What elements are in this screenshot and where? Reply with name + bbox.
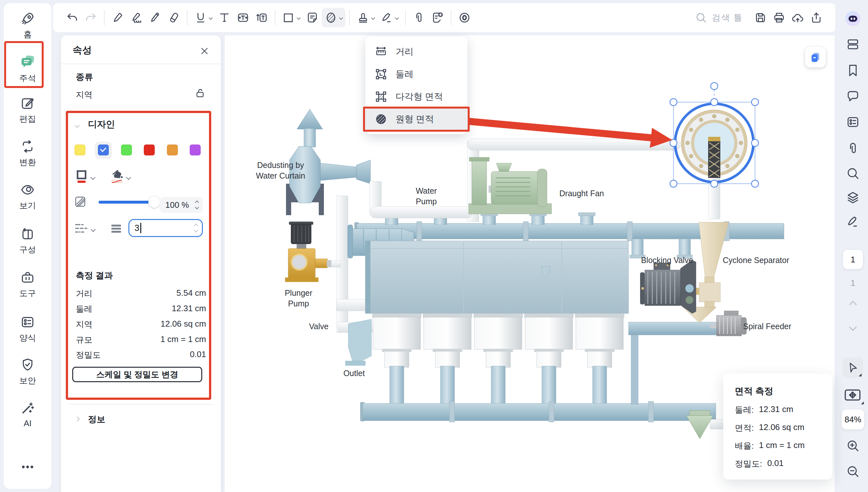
sidebar-more-button[interactable] <box>4 463 51 471</box>
sidebar-item-ai[interactable]: AI <box>4 401 51 428</box>
fill-color-button[interactable] <box>109 168 125 185</box>
sidebar-item-convert[interactable]: 변환 <box>4 139 51 168</box>
stamp-button[interactable] <box>354 8 378 27</box>
attachment-button[interactable] <box>410 8 428 27</box>
border-color-button[interactable] <box>75 169 89 185</box>
share-icon <box>810 11 823 24</box>
menu-item-circle-area[interactable]: 원형 면적 <box>365 108 467 130</box>
line-width-input[interactable]: 3 <box>128 219 203 237</box>
color-swatch-yellow[interactable] <box>75 145 85 155</box>
zoom-out-button[interactable] <box>846 464 860 478</box>
sidebar-item-view[interactable]: 보기 <box>4 182 51 211</box>
border-color-dropdown[interactable] <box>91 175 95 180</box>
stepper-up-icon[interactable] <box>195 200 199 204</box>
measure-row-value: 0.01 <box>190 349 206 361</box>
lock-toggle-button[interactable] <box>195 88 206 99</box>
sidebar-item-home[interactable]: 홈 <box>4 11 51 40</box>
sticky-note-button[interactable] <box>303 8 322 27</box>
undo-button[interactable] <box>63 8 81 27</box>
sidebar-item-edit[interactable]: 편집 <box>4 96 51 125</box>
menu-item-polygon-area[interactable]: 다각형 면적 <box>365 85 467 108</box>
text-callout-button[interactable] <box>252 8 271 27</box>
shield-check-icon <box>20 358 35 372</box>
menu-item-perimeter[interactable]: 둘레 <box>365 63 467 85</box>
text-icon <box>218 11 231 24</box>
ai-assistant-button[interactable] <box>844 10 862 29</box>
sidebar-item-security[interactable]: 보안 <box>4 358 51 386</box>
new-comment-button[interactable] <box>428 8 447 27</box>
pencil-button[interactable] <box>146 8 164 27</box>
sidebar-item-forms[interactable]: 양식 <box>4 315 51 344</box>
comment-panel-button[interactable] <box>846 89 860 103</box>
signature-panel-button[interactable] <box>846 215 860 229</box>
select-tool-button[interactable] <box>843 358 863 378</box>
search-tools[interactable]: 검색 툴 <box>695 11 743 24</box>
stepper-down-icon[interactable] <box>195 205 199 210</box>
sidebar-item-tools[interactable]: 도구 <box>4 270 51 299</box>
next-page-button[interactable] <box>850 324 856 331</box>
chevron-down-icon <box>371 16 375 20</box>
measure-button[interactable] <box>322 8 346 27</box>
page-widget-button[interactable] <box>805 47 826 68</box>
search-panel-button[interactable] <box>846 166 860 180</box>
underline-button[interactable] <box>191 8 215 27</box>
type-value: 지역 <box>76 89 93 100</box>
share-button[interactable] <box>807 8 826 27</box>
save-button[interactable] <box>751 8 770 27</box>
sidebar-item-organize[interactable]: 구성 <box>4 226 51 255</box>
line-style-button[interactable] <box>74 221 88 237</box>
close-panel-button[interactable] <box>199 46 210 56</box>
opacity-value-box[interactable]: 100 % <box>159 197 203 213</box>
field-panel-button[interactable] <box>846 115 860 129</box>
color-swatch-orange[interactable] <box>167 145 178 155</box>
cursor-icon <box>846 361 859 374</box>
area-highlight-button[interactable] <box>127 8 146 27</box>
redo-button[interactable] <box>81 8 100 27</box>
undo-icon <box>66 11 79 24</box>
previous-page-button[interactable] <box>850 302 856 309</box>
cloud-upload-button[interactable] <box>788 8 807 27</box>
toolbox-icon <box>20 270 35 285</box>
eraser-button[interactable] <box>164 8 183 27</box>
text-comment-button[interactable] <box>215 8 234 27</box>
menu-item-distance[interactable]: 거리 <box>365 41 467 63</box>
layers-panel-button[interactable] <box>846 191 860 204</box>
opacity-slider-track[interactable] <box>99 201 154 204</box>
stepper-up-icon[interactable] <box>194 223 198 228</box>
stepper-down-icon[interactable] <box>194 228 198 232</box>
sidebar-item-label: 도구 <box>19 288 36 299</box>
color-swatch-red[interactable] <box>144 145 155 155</box>
signature-button[interactable] <box>378 8 401 27</box>
zoom-level-box[interactable]: 84% <box>842 410 864 429</box>
fill-color-dropdown[interactable] <box>127 175 130 180</box>
shape-button[interactable] <box>279 8 303 27</box>
line-style-dropdown[interactable] <box>92 227 95 232</box>
zoom-in-button[interactable] <box>846 439 860 453</box>
close-icon <box>199 46 210 56</box>
info-collapse-toggle[interactable] <box>75 416 79 422</box>
color-swatch-blue-selected[interactable] <box>98 145 109 155</box>
text-box-button[interactable] <box>234 8 252 27</box>
attachment-panel-button[interactable] <box>846 141 860 155</box>
focus-mode-button[interactable] <box>455 8 474 27</box>
note-add-icon <box>431 11 444 24</box>
paperclip-icon <box>846 141 860 155</box>
current-page-box[interactable]: 1 <box>843 250 863 269</box>
highlight-button[interactable] <box>108 8 127 27</box>
pan-tool-button[interactable] <box>843 387 863 404</box>
menu-item-label: 둘레 <box>395 68 413 80</box>
color-swatch-green[interactable] <box>121 145 132 155</box>
print-button[interactable] <box>770 8 788 27</box>
pencil-icon <box>149 11 161 24</box>
annotation-toolbar: 검색 툴 <box>53 3 835 32</box>
thumbnail-panel-button[interactable] <box>846 37 860 51</box>
tooltip-row-label: 면적: <box>735 422 754 434</box>
color-swatch-purple[interactable] <box>190 145 201 155</box>
change-scale-button[interactable]: 스케일 및 정밀도 변경 <box>72 367 202 382</box>
opacity-slider-knob[interactable] <box>148 196 160 208</box>
bookmark-panel-button[interactable] <box>846 63 860 77</box>
sidebar-item-label: 양식 <box>19 333 36 344</box>
eraser-icon <box>167 11 180 24</box>
design-collapse-toggle[interactable] <box>75 123 79 128</box>
ai-robot-icon <box>844 10 862 28</box>
